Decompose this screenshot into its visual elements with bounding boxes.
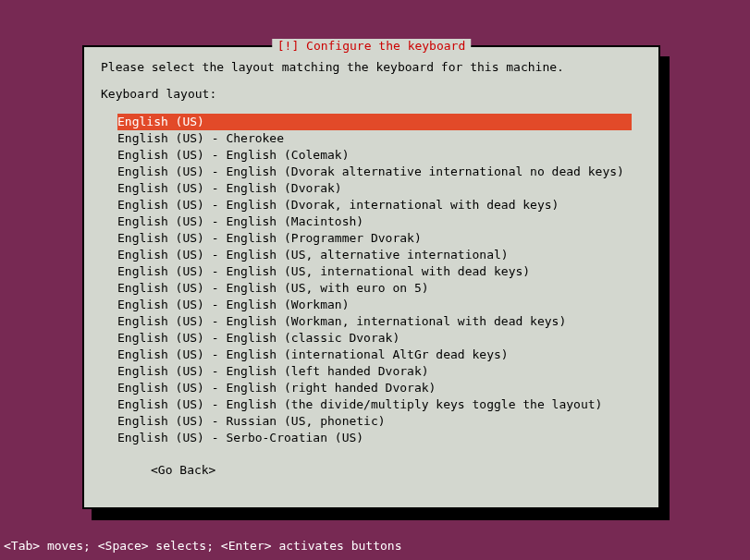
list-item[interactable]: English (US) - English (international Al… <box>117 347 642 363</box>
list-item-label: English (US) - English (classic Dvorak) <box>117 331 400 345</box>
list-item[interactable]: English (US) - English (US, internationa… <box>117 263 642 280</box>
list-item-label: English (US) - English (Dvorak alternati… <box>117 164 624 178</box>
list-item[interactable]: English (US) - Cherokee <box>117 130 642 147</box>
list-item-label: English (US) - Serbo-Croatian (US) <box>117 431 363 444</box>
list-item[interactable]: English (US) - English (Dvorak alternati… <box>117 164 642 180</box>
list-item[interactable]: English (US) <box>117 114 632 130</box>
list-item-label: English (US) - English (Workman) <box>117 298 349 311</box>
list-item[interactable]: English (US) - English (Programmer Dvora… <box>117 230 642 247</box>
keyboard-layout-label: Keyboard layout: <box>101 87 642 101</box>
list-item-label: English (US) - English (US, with euro on… <box>117 281 429 295</box>
list-item[interactable]: English (US) - English (Dvorak) <box>117 180 642 197</box>
list-item-label: English (US) - English (Workman, interna… <box>117 314 566 328</box>
list-item[interactable]: English (US) - English (classic Dvorak) <box>117 330 642 347</box>
list-item[interactable]: English (US) - English (Macintosh) <box>117 213 642 230</box>
list-item-label: English (US) - English (Macintosh) <box>117 214 363 228</box>
list-item-label: English (US) - Cherokee <box>117 131 284 145</box>
list-item[interactable]: English (US) - English (US, with euro on… <box>117 280 642 297</box>
go-back-button[interactable]: <Go Back> <box>151 463 642 477</box>
list-item-label: English (US) - English (the divide/multi… <box>117 397 602 411</box>
list-item-label: English (US) - English (Colemak) <box>117 148 349 162</box>
list-item[interactable]: English (US) - English (Dvorak, internat… <box>117 197 642 213</box>
list-item[interactable]: English (US) - English (right handed Dvo… <box>117 380 642 396</box>
list-item[interactable]: English (US) - English (Workman) <box>117 297 642 313</box>
list-item-label: English (US) <box>117 115 204 128</box>
list-item-label: English (US) - English (international Al… <box>117 347 509 361</box>
dialog-title: [!] Configure the keyboard <box>272 39 472 53</box>
list-item[interactable]: English (US) - English (US, alternative … <box>117 247 642 263</box>
list-item-label: English (US) - English (left handed Dvor… <box>117 364 429 378</box>
prompt-text: Please select the layout matching the ke… <box>101 60 642 74</box>
list-item[interactable]: English (US) - English (the divide/multi… <box>117 396 642 413</box>
list-item[interactable]: English (US) - Serbo-Croatian (US) <box>117 430 642 446</box>
list-item-label: English (US) - English (US, internationa… <box>117 264 530 278</box>
list-item-label: English (US) - English (Dvorak) <box>117 181 342 195</box>
list-item-label: English (US) - English (US, alternative … <box>117 248 509 262</box>
list-item[interactable]: English (US) - English (Workman, interna… <box>117 313 642 330</box>
keyboard-layout-list[interactable]: English (US)English (US) - CherokeeEngli… <box>117 114 642 446</box>
list-item[interactable]: English (US) - English (left handed Dvor… <box>117 363 642 380</box>
footer-hint: <Tab> moves; <Space> selects; <Enter> ac… <box>4 539 401 553</box>
configure-keyboard-dialog: [!] Configure the keyboard Please select… <box>82 45 660 509</box>
list-item[interactable]: English (US) - English (Colemak) <box>117 147 642 164</box>
list-item-label: English (US) - Russian (US, phonetic) <box>117 414 386 428</box>
list-item-label: English (US) - English (Dvorak, internat… <box>117 198 559 212</box>
list-item-label: English (US) - English (right handed Dvo… <box>117 381 436 395</box>
list-item[interactable]: English (US) - Russian (US, phonetic) <box>117 413 642 430</box>
dialog-content: Please select the layout matching the ke… <box>84 47 658 486</box>
list-item-label: English (US) - English (Programmer Dvora… <box>117 231 422 245</box>
